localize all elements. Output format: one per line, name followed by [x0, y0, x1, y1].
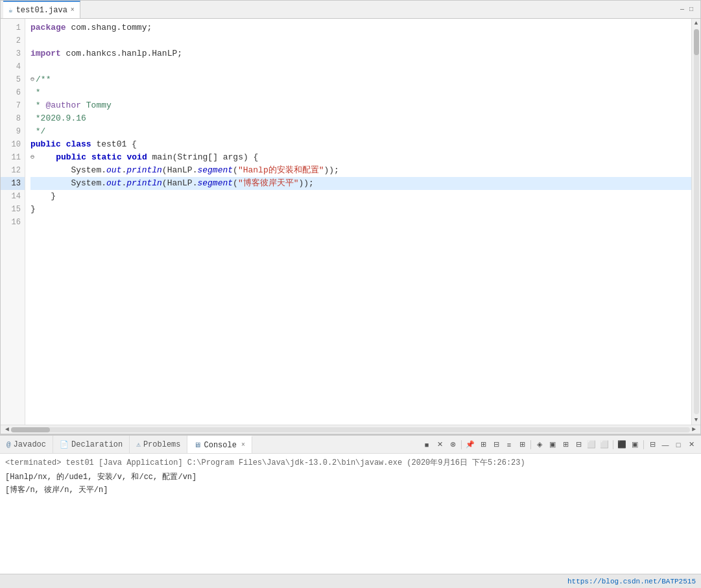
clear-button[interactable]: ≡ — [503, 439, 515, 451]
collapse-button[interactable]: ⊟ — [573, 439, 584, 451]
panel-tab-bar: @ Javadoc 📄 Declaration ⚠ Problems 🖥 Con… — [0, 436, 701, 454]
line-number-5: 5 — [1, 73, 25, 86]
tab-problems[interactable]: ⚠ Problems — [130, 436, 187, 453]
code-line-1: package com.shang.tommy; — [30, 21, 691, 34]
line-number-2: 2 — [1, 34, 25, 47]
console-tab-icon: 🖥 — [194, 441, 201, 449]
line-number-9: 9 — [1, 125, 25, 138]
fold-marker-5[interactable]: ⊖ — [30, 73, 34, 86]
line-number-6: 6 — [1, 86, 25, 99]
new-console-button[interactable]: ◈ — [534, 439, 545, 451]
tab-declaration[interactable]: 📄 Declaration — [53, 436, 130, 453]
line-number-1: 1 — [1, 21, 25, 34]
vertical-scrollbar[interactable]: ▲ ▼ — [691, 19, 700, 425]
minimize-button[interactable]: — — [678, 5, 686, 14]
tab-javadoc[interactable]: @ Javadoc — [0, 436, 53, 453]
editor-container: ☕ test01.java × — □ 12345678910111213141… — [0, 0, 701, 434]
line-number-11: 11 — [1, 151, 25, 164]
line-number-3: 3 — [1, 47, 25, 60]
scroll-thumb[interactable] — [694, 29, 699, 55]
code-line-13: System.out.println(HanLP.segment("博客彼岸天平… — [30, 177, 691, 190]
line-numbers: 12345678910111213141516 — [1, 19, 25, 425]
line-number-16: 16 — [1, 216, 25, 229]
status-bar-link[interactable]: https://blog.csdn.net/BATP2515 — [567, 578, 696, 585]
code-line-8: *2020.9.16 — [30, 112, 691, 125]
tab-label: test01.java — [16, 6, 67, 15]
tab-console[interactable]: 🖥 Console × — [187, 436, 252, 453]
line-number-8: 8 — [1, 112, 25, 125]
code-line-12: System.out.println(HanLP.segment("Hanlp的… — [30, 164, 691, 177]
paste-button[interactable]: ⊟ — [490, 439, 502, 451]
code-line-15: } — [30, 203, 691, 216]
line-number-7: 7 — [1, 99, 25, 112]
maximize-button[interactable]: □ — [687, 5, 695, 14]
javadoc-tab-label: Javadoc — [14, 440, 46, 449]
code-line-9: */ — [30, 125, 691, 138]
console-output-area: <terminated> test01 [Java Application] C… — [0, 454, 701, 574]
scroll-right-arrow[interactable]: ► — [690, 426, 698, 433]
problems-tab-icon: ⚠ — [136, 440, 141, 449]
toolbar-sep-2 — [530, 440, 531, 449]
toggle-button[interactable]: ▣ — [547, 439, 558, 451]
scroll-up-arrow[interactable]: ▲ — [695, 19, 698, 28]
terminate-button[interactable]: ✕ — [434, 439, 446, 451]
code-line-11: ⊖ public static void main(String[] args)… — [30, 151, 691, 164]
code-line-2 — [30, 34, 691, 47]
line-number-13: 13 — [1, 177, 25, 190]
javadoc-tab-icon: @ — [6, 441, 11, 449]
bottom-panel: @ Javadoc 📄 Declaration ⚠ Problems 🖥 Con… — [0, 434, 701, 574]
code-line-7: * @author Tommy — [30, 99, 691, 112]
line-number-4: 4 — [1, 60, 25, 73]
declaration-tab-icon: 📄 — [60, 440, 69, 449]
horizontal-scrollbar[interactable]: ◄ ► — [1, 425, 700, 434]
h-scroll-thumb[interactable] — [11, 427, 50, 432]
stop-button[interactable]: ■ — [421, 439, 433, 451]
console-tab-close[interactable]: × — [241, 441, 245, 449]
minimize-panel-button[interactable]: ⊟ — [647, 439, 658, 451]
code-line-16 — [30, 216, 691, 229]
line-number-10: 10 — [1, 138, 25, 151]
pin-button[interactable]: 📌 — [464, 439, 476, 451]
link-button[interactable]: ▣ — [629, 439, 641, 451]
debug-button[interactable]: ⬛ — [616, 439, 628, 451]
console-output-line-1: [Hanlp/nx, 的/ude1, 安装/v, 和/cc, 配置/vn] — [5, 471, 696, 484]
line-number-12: 12 — [1, 164, 25, 177]
problems-tab-label: Problems — [143, 440, 181, 449]
code-line-3: import com.hankcs.hanlp.HanLP; — [30, 47, 691, 60]
toolbar-sep-4 — [643, 440, 644, 449]
scroll-left-arrow[interactable]: ◄ — [3, 426, 11, 433]
scroll-down-arrow[interactable]: ▼ — [695, 416, 698, 425]
console-output-line-2: [博客/n, 彼岸/n, 天平/n] — [5, 484, 696, 497]
toolbar-sep-3 — [613, 440, 613, 449]
view-menu-button[interactable]: ⬜ — [586, 439, 597, 451]
console-terminated-line: <terminated> test01 [Java Application] C… — [5, 456, 696, 469]
fold-marker-11[interactable]: ⊖ — [30, 151, 34, 164]
code-line-6: * — [30, 86, 691, 99]
code-line-4 — [30, 60, 691, 73]
remove-button[interactable]: ⊗ — [447, 439, 458, 451]
toolbar-sep-1 — [461, 440, 462, 449]
tab-close-icon[interactable]: × — [71, 6, 75, 14]
status-bar: https://blog.csdn.net/BATP2515 — [0, 574, 701, 588]
copy-button[interactable]: ⊞ — [477, 439, 489, 451]
panel-toolbar: ■ ✕ ⊗ 📌 ⊞ ⊟ ≡ ⊞ ◈ ▣ ⊞ ⊟ ⬜ ⬜ ⬛ ▣ ⊟ — □ ✕ — [421, 439, 701, 451]
maximize-panel-button[interactable]: — — [659, 439, 671, 451]
code-line-5: ⊖/** — [30, 73, 691, 86]
editor-tab[interactable]: ☕ test01.java × — [3, 1, 80, 18]
code-content[interactable]: package com.shang.tommy;import com.hankc… — [25, 19, 691, 425]
line-number-15: 15 — [1, 203, 25, 216]
close-panel-button[interactable]: ✕ — [685, 439, 697, 451]
history-button[interactable]: ⬜ — [599, 439, 610, 451]
code-line-14: } — [30, 190, 691, 203]
code-editor: 12345678910111213141516 package com.shan… — [1, 19, 700, 425]
expand-button[interactable]: ⊞ — [560, 439, 571, 451]
tab-bar: ☕ test01.java × — □ — [1, 1, 700, 19]
console-tab-label: Console — [204, 441, 236, 450]
tab-file-icon: ☕ — [8, 6, 13, 14]
line-number-14: 14 — [1, 190, 25, 203]
restore-panel-button[interactable]: □ — [672, 439, 684, 451]
code-line-10: public class test01 { — [30, 138, 691, 151]
declaration-tab-label: Declaration — [71, 440, 123, 449]
wrap-button[interactable]: ⊞ — [516, 439, 528, 451]
